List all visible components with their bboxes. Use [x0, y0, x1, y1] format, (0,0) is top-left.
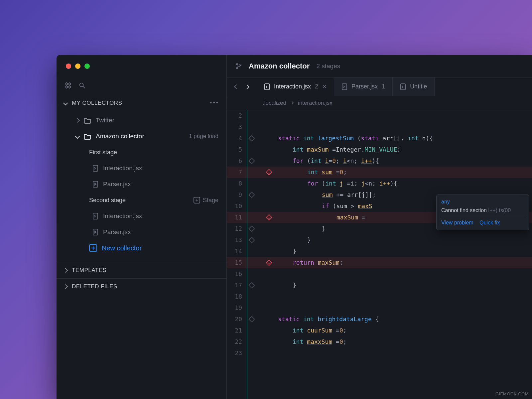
file-icon [400, 83, 406, 90]
folder-icon [84, 133, 91, 140]
code-line[interactable] [263, 121, 532, 133]
code-line[interactable]: int cuurSum =0; [263, 325, 532, 336]
tab-label: Untitle [410, 83, 427, 90]
breadcrumb[interactable]: .localized interaction.jsx [227, 96, 532, 110]
svg-rect-1 [68, 83, 71, 85]
close-tab-icon[interactable]: ✕ [322, 83, 327, 90]
chevron-down-icon [63, 100, 68, 105]
chevron-down-icon [75, 134, 80, 139]
popover-type: any [441, 199, 524, 205]
code-editor[interactable]: 234567891011121314151617181920212223 sta… [227, 110, 532, 399]
fold-marker-icon[interactable] [248, 225, 255, 232]
collector-label: Twitter [96, 117, 114, 124]
stage-header-2[interactable]: Second stage + Stage [57, 192, 226, 208]
quick-fix-link[interactable]: Quick fix [479, 220, 500, 225]
code-line[interactable]: static int largestSum (stati arr[], int … [263, 133, 532, 144]
line-number: 9 [227, 189, 242, 200]
svg-point-10 [236, 64, 238, 65]
editor-tab[interactable]: Interaction.jsx2✕ [257, 77, 334, 96]
code-area[interactable]: static int largestSum (stati arr[], int … [263, 110, 532, 399]
code-line[interactable]: } [263, 280, 532, 291]
code-line[interactable]: for (int i=0; i<n; i++){ [263, 155, 532, 167]
code-line[interactable] [263, 347, 532, 359]
svg-line-5 [83, 86, 85, 88]
stage-label: First stage [89, 149, 117, 156]
svg-rect-0 [66, 83, 68, 85]
collector-meta: 1 page load [189, 133, 218, 140]
line-number: 21 [227, 325, 242, 336]
more-icon[interactable]: ••• [210, 99, 219, 106]
popover-message: Cannot find section i++).ts(00 [441, 207, 524, 217]
code-line[interactable]: for (int j =i; j<n; i++){ [263, 178, 532, 189]
nav-back-button[interactable] [235, 84, 238, 90]
collector-tree: Twitter Amazon collector 1 page load Fir… [57, 111, 226, 262]
view-problem-link[interactable]: View problem [441, 220, 473, 225]
apps-icon[interactable] [65, 82, 72, 90]
line-number: 22 [227, 336, 242, 347]
section-my-collectors[interactable]: MY COLLECTORS ••• [57, 95, 226, 111]
line-number: 2 [227, 110, 242, 121]
collector-label: Amazon collector [96, 133, 144, 140]
tabs-bar: Interaction.jsx2✕Parser.jsx1Untitle [227, 77, 532, 96]
file-icon [92, 181, 98, 188]
section-deleted-files[interactable]: DELETED FILES [57, 278, 226, 295]
editor-tab[interactable]: Parser.jsx1 [334, 77, 393, 96]
nav-forward-button[interactable] [245, 84, 249, 90]
maximize-window-button[interactable] [84, 64, 90, 69]
line-number: 3 [227, 121, 242, 133]
gutter-marks [247, 110, 263, 399]
code-line[interactable]: int maxSum =Integer.MIN_VALUE; [263, 144, 532, 155]
diagnostic-popover: any Cannot find section i++).ts(00 View … [436, 195, 529, 230]
code-line[interactable]: } [263, 234, 532, 246]
collector-item-amazon[interactable]: Amazon collector 1 page load [57, 128, 226, 144]
code-line[interactable] [263, 110, 532, 121]
file-label: Interaction.jsx [103, 212, 142, 220]
tab-label: Interaction.jsx [274, 83, 311, 90]
stage-header-1[interactable]: First stage [57, 144, 226, 160]
code-line[interactable]: } [263, 246, 532, 257]
editor-pane: Amazon collector 2 stages Interaction.js… [227, 55, 532, 399]
fold-marker-icon[interactable] [248, 316, 255, 323]
code-line[interactable]: return maxSum; [263, 257, 532, 268]
line-number: 23 [227, 347, 242, 359]
file-item[interactable]: Interaction.jsx [57, 160, 226, 176]
svg-rect-9 [93, 229, 98, 235]
section-templates[interactable]: TEMPLATES [57, 262, 226, 278]
add-stage-button[interactable]: + Stage [194, 197, 218, 204]
minimize-window-button[interactable] [75, 64, 80, 69]
editor-tab[interactable]: Untitle [393, 77, 435, 96]
sidebar: MY COLLECTORS ••• Twitter Amazon collect… [57, 55, 227, 399]
chevron-right-icon [63, 284, 68, 289]
file-label: Interaction.jsx [103, 165, 142, 172]
fold-marker-icon[interactable] [248, 192, 255, 198]
code-line[interactable] [263, 268, 532, 280]
line-number: 6 [227, 155, 242, 167]
search-icon[interactable] [78, 82, 86, 90]
fold-marker-icon[interactable] [248, 282, 255, 289]
close-window-button[interactable] [66, 64, 71, 69]
collector-item-twitter[interactable]: Twitter [57, 112, 226, 128]
code-line[interactable] [263, 291, 532, 302]
file-item[interactable]: Parser.jsx [57, 224, 226, 240]
fold-marker-icon[interactable] [248, 237, 255, 243]
code-line[interactable]: static int brightdataLarge { [263, 314, 532, 325]
new-collector-button[interactable]: + New collector [57, 240, 226, 259]
ide-window: MY COLLECTORS ••• Twitter Amazon collect… [57, 55, 532, 399]
svg-point-4 [80, 83, 83, 87]
line-number: 16 [227, 268, 242, 280]
code-line[interactable] [263, 302, 532, 314]
code-line[interactable]: int maxxSum =0; [263, 336, 532, 347]
fold-marker-icon[interactable] [248, 135, 255, 142]
tab-badge: 1 [382, 83, 385, 90]
line-number: 13 [227, 234, 242, 246]
line-gutter: 234567891011121314151617181920212223 [227, 110, 247, 399]
file-item[interactable]: Parser.jsx [57, 176, 226, 192]
file-label: Parser.jsx [103, 228, 131, 236]
editor-subtitle: 2 stages [316, 63, 340, 70]
plus-icon: + [194, 197, 200, 203]
plus-icon: + [89, 244, 97, 252]
fold-marker-icon[interactable] [248, 158, 255, 164]
code-line[interactable]: int sum =0; [263, 167, 532, 178]
svg-rect-7 [93, 181, 98, 187]
file-item[interactable]: Interaction.jsx [57, 208, 226, 224]
